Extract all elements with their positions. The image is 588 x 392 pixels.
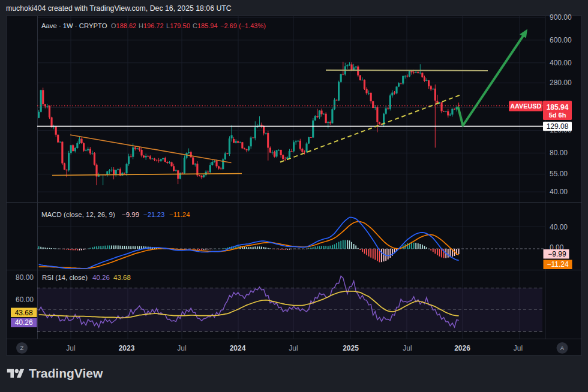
svg-text:40.26: 40.26 xyxy=(92,274,110,281)
svg-text:2024: 2024 xyxy=(230,344,246,352)
svg-text:2026: 2026 xyxy=(454,344,470,352)
svg-text:129.08: 129.08 xyxy=(547,122,569,131)
svg-text:900.00: 900.00 xyxy=(550,13,572,22)
svg-text:2025: 2025 xyxy=(343,344,359,352)
svg-text:−11.24: −11.24 xyxy=(547,260,568,269)
svg-text:muchoki404 created with Tradin: muchoki404 created with TradingView.com,… xyxy=(6,4,232,13)
svg-text:TradingView: TradingView xyxy=(29,366,103,380)
svg-text:55.00: 55.00 xyxy=(550,170,568,178)
svg-text:40.26: 40.26 xyxy=(15,318,33,327)
svg-text:2023: 2023 xyxy=(119,344,135,352)
svg-text:Jul: Jul xyxy=(403,344,412,352)
svg-text:Jul: Jul xyxy=(514,344,523,352)
svg-text:MACD (close, 12, 26, 9): MACD (close, 12, 26, 9) xyxy=(41,211,115,218)
svg-text:RSI (14, close): RSI (14, close) xyxy=(42,274,88,281)
svg-text:−2.69 (−1.43%): −2.69 (−1.43%) xyxy=(220,22,266,29)
svg-text:Jul: Jul xyxy=(66,344,75,352)
svg-text:AAVEUSD: AAVEUSD xyxy=(510,102,541,110)
svg-text:C185.94: C185.94 xyxy=(193,22,218,29)
svg-text:600.00: 600.00 xyxy=(550,36,572,44)
svg-text:O188.62: O188.62 xyxy=(111,22,136,29)
svg-text:185.94: 185.94 xyxy=(547,103,569,111)
svg-text:40.00: 40.00 xyxy=(550,223,568,231)
svg-text:L179.50: L179.50 xyxy=(166,22,190,29)
svg-text:43.68: 43.68 xyxy=(113,274,131,281)
svg-text:−9.99: −9.99 xyxy=(122,211,139,218)
svg-text:Aave · 1W · CRYPTO: Aave · 1W · CRYPTO xyxy=(41,22,107,29)
svg-text:43.68: 43.68 xyxy=(15,309,33,317)
svg-text:−11.24: −11.24 xyxy=(169,211,190,218)
svg-text:80.00: 80.00 xyxy=(550,149,568,157)
svg-text:400.00: 400.00 xyxy=(550,59,572,67)
svg-text:H196.72: H196.72 xyxy=(139,22,164,29)
svg-text:Jul: Jul xyxy=(289,344,298,352)
svg-text:60.00: 60.00 xyxy=(16,295,34,304)
svg-text:40.00: 40.00 xyxy=(550,188,568,196)
svg-text:−21.23: −21.23 xyxy=(143,211,165,218)
svg-text:80.00: 80.00 xyxy=(16,273,34,282)
svg-text:−9.99: −9.99 xyxy=(548,250,566,258)
svg-text:280.00: 280.00 xyxy=(550,79,572,87)
svg-text:Jul: Jul xyxy=(177,344,186,352)
svg-text:A: A xyxy=(560,345,565,351)
svg-text:Z: Z xyxy=(20,345,24,351)
svg-text:5d 6h: 5d 6h xyxy=(549,111,566,119)
